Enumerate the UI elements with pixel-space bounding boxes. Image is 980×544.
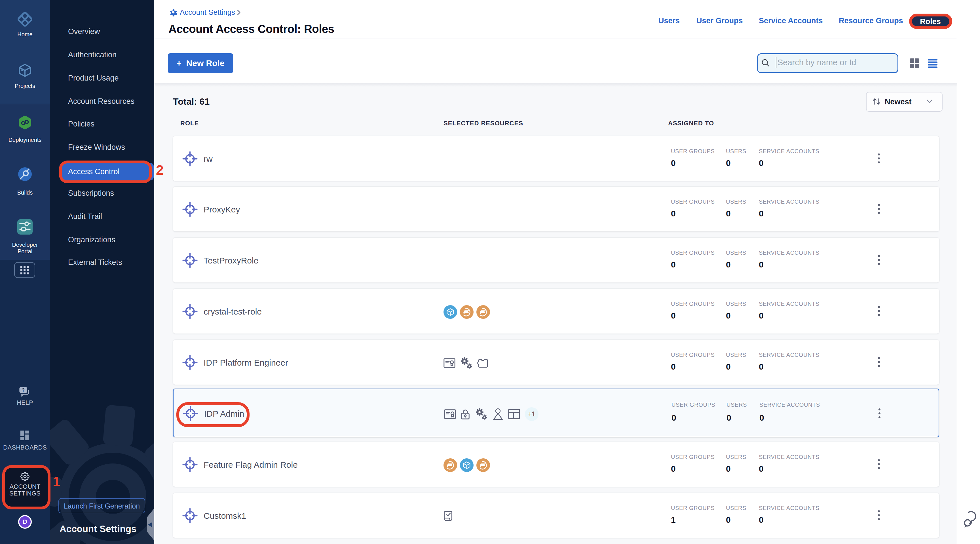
svg-text:?: ? <box>22 388 25 393</box>
